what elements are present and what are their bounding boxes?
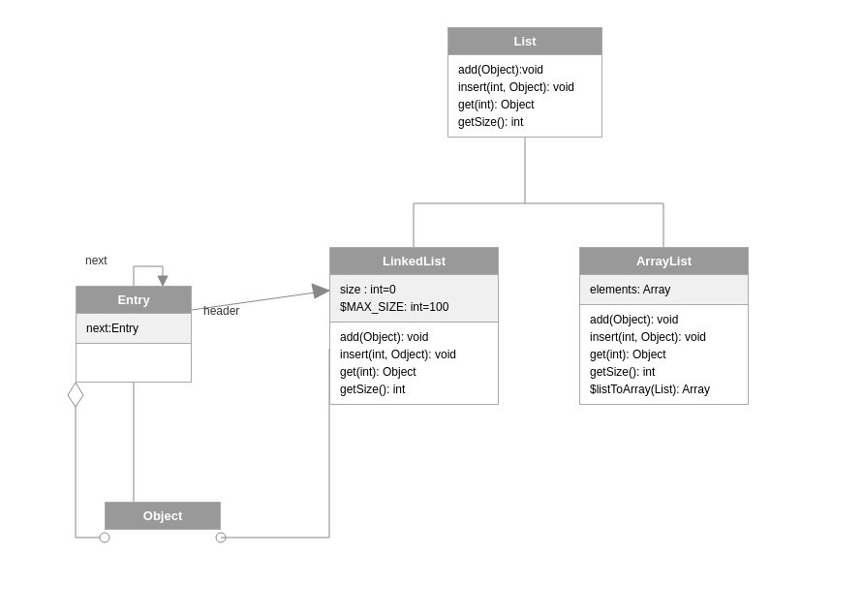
label-next: next [85, 254, 108, 267]
class-entry-fields: next:Entry [77, 313, 191, 343]
class-arraylist-methods: add(Object): void insert(int, Object): v… [580, 304, 748, 404]
class-object: Object [105, 502, 221, 530]
class-arraylist-header: ArrayList [580, 248, 748, 274]
uml-diagram: List add(Object):void insert(int, Object… [0, 0, 863, 616]
label-header: header [203, 304, 239, 318]
svg-marker-14 [68, 383, 83, 407]
svg-marker-8 [158, 276, 168, 286]
class-linkedlist-methods: add(Object): void insert(int, Odject): v… [330, 322, 498, 404]
class-entry: Entry next:Entry [76, 286, 192, 383]
class-entry-header: Entry [77, 287, 191, 313]
class-linkedlist: LinkedList size : int=0 $MAX_SIZE: int=1… [329, 247, 499, 405]
class-list-header: List [448, 28, 601, 54]
class-object-header: Object [106, 503, 220, 529]
class-arraylist: ArrayList elements: Array add(Object): v… [579, 247, 749, 405]
class-list-methods: add(Object):void insert(int, Object): vo… [448, 54, 601, 137]
class-list: List add(Object):void insert(int, Object… [447, 27, 602, 138]
class-entry-extra [77, 343, 191, 382]
class-arraylist-fields: elements: Array [580, 274, 748, 304]
class-linkedlist-fields: size : int=0 $MAX_SIZE: int=100 [330, 274, 498, 322]
svg-point-15 [100, 533, 109, 542]
svg-point-16 [216, 533, 226, 542]
svg-marker-10 [312, 284, 329, 298]
class-linkedlist-header: LinkedList [330, 248, 498, 274]
